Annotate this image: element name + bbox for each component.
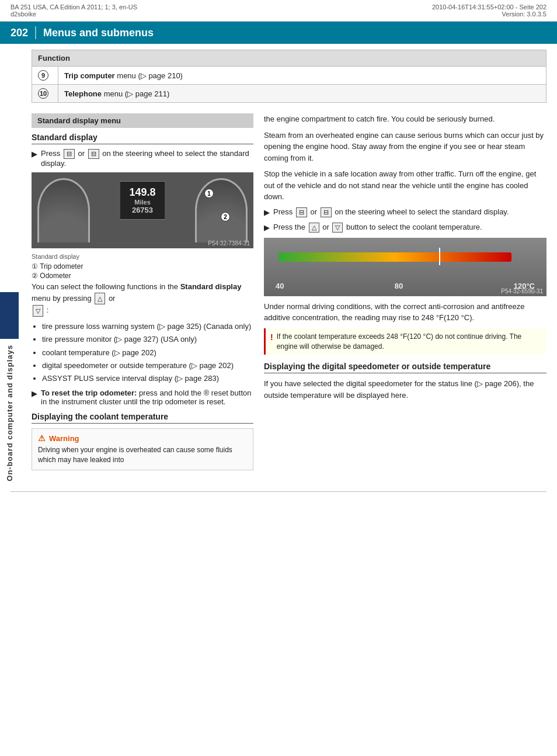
num-2: ②: [32, 272, 40, 280]
label2-text: Odometer: [40, 272, 71, 280]
list-item: coolant temperature (▷ page 202): [42, 348, 253, 358]
row10-num: 10: [32, 85, 58, 103]
gauge-right: [195, 178, 248, 242]
danger-note: ! If the coolant temperature exceeds 248…: [264, 328, 546, 355]
or4: or: [322, 223, 329, 231]
or2: or: [109, 294, 116, 303]
digital-speed-heading: Displaying the digital speedometer or ou…: [264, 362, 546, 373]
num-circle-1: 1: [204, 189, 214, 198]
press3-word: Press the: [273, 223, 305, 231]
bullet-list: tire pressure loss warning system (▷ pag…: [42, 321, 253, 384]
coolant-image: 40 80 120°C P54·32-6590-31: [264, 238, 546, 296]
danger-text: If the coolant temperature exceeds 248 °…: [277, 332, 542, 352]
table-row: 9 Trip computer menu (▷ page 210): [32, 67, 546, 85]
function-table: Function 9 Trip computer menu (▷ page 21…: [32, 50, 546, 103]
meta-bar: BA 251 USA, CA Edition A 2011; 1; 3, en-…: [0, 0, 557, 22]
menu-text: menu by pressing: [32, 294, 92, 303]
coolant-bar: [278, 252, 511, 262]
img-caption: Standard display: [32, 253, 253, 260]
odo-value: 26753: [129, 206, 155, 214]
sidebar-blue-box: [0, 292, 19, 339]
coolant-heading: Displaying the coolant temperature: [32, 412, 253, 424]
icon-down: ▽: [33, 305, 43, 317]
header-divider: [35, 26, 36, 39]
miles-unit: Miles: [129, 199, 155, 206]
press2-text: Press ⊟ or ⊟ on the steering wheel to se…: [273, 207, 509, 217]
or3: or: [310, 207, 317, 216]
meta-right: 2010-04-16T14:31:55+02:00 - Seite 202 Ve…: [432, 4, 546, 18]
coolant-img-ref: P54·32-6590-31: [501, 288, 543, 294]
arrow-bullet-sym: ▶: [32, 149, 37, 159]
label1: ① Trip odometer: [32, 262, 253, 271]
label-80: 80: [395, 282, 403, 290]
stop-text: Stop the vehicle in a safe location away…: [264, 168, 546, 203]
num-circle-2: 2: [221, 212, 230, 221]
steam-text: Steam from an overheated engine can caus…: [264, 130, 546, 164]
list-item: digital speedometer or outside temperatu…: [42, 360, 253, 371]
steering2-text: on the steering wheel to select the stan…: [335, 207, 509, 216]
you-can-para: You can select the following functions i…: [32, 281, 253, 317]
colon: :: [47, 306, 49, 314]
gauge-left: [37, 178, 90, 242]
center-display: 149.8 Miles 26753: [119, 181, 165, 220]
icon-up-2: △: [309, 223, 319, 233]
icon-down-2: ▽: [332, 223, 343, 233]
function-table-heading: Function: [32, 50, 546, 67]
label2: ② Odometer: [32, 272, 253, 280]
reset-arrow: ▶: [32, 389, 37, 399]
label1-text: Trip odometer: [40, 262, 83, 271]
label-40: 40: [276, 282, 284, 290]
circle-10: 10: [38, 88, 48, 99]
icon-button-left: ⊟: [64, 149, 75, 159]
reset-text: To reset the trip odometer: press and ho…: [41, 389, 253, 406]
icon-button-right: ⊟: [88, 149, 99, 159]
standard-display-bold: Standard display: [180, 282, 242, 291]
page-footer: [0, 492, 557, 497]
meta-left: BA 251 USA, CA Edition A 2011; 1; 3, en-…: [11, 4, 137, 18]
section-heading-box: Standard display menu: [32, 113, 253, 128]
press-instruction: ▶ Press ⊟ or ⊟ on the steering wheel to …: [32, 149, 253, 168]
trip-computer-label: Trip computer: [64, 71, 115, 80]
dashboard-image: 149.8 Miles 26753 1 2 P54·32-7384-31: [32, 172, 253, 248]
button-text: button to select the coolant temperature…: [346, 223, 482, 231]
warning-icon: ⚠: [38, 434, 46, 443]
list-item: ASSYST PLUS service interval display (▷ …: [42, 373, 253, 384]
warning-text: Driving when your engine is overheated c…: [38, 445, 247, 465]
press-word: Press: [41, 149, 60, 158]
sidebar-label: On-board computer and displays: [0, 70, 19, 756]
page-title: Menus and submenus: [43, 27, 154, 39]
press-instruction-2: ▶ Press ⊟ or ⊟ on the steering wheel to …: [264, 207, 546, 218]
danger-sym: !: [270, 332, 273, 352]
standard-display-heading: Standard display: [32, 133, 253, 144]
or-text: or: [78, 149, 85, 158]
under-normal-text: Under normal driving conditions, with th…: [264, 301, 546, 324]
row9-text: menu (▷ page 210): [117, 71, 183, 80]
circle-9: 9: [38, 70, 48, 81]
table-row: 10 Telephone menu (▷ page 211): [32, 85, 546, 103]
coolant-needle: [439, 248, 440, 265]
miles-value: 149.8: [129, 186, 155, 199]
if-you-text: If you have selected the digital speedom…: [264, 378, 546, 401]
warning-title-text: Warning: [49, 434, 79, 443]
telephone-label: Telephone: [64, 89, 102, 98]
reset-bold: To reset the trip odometer:: [41, 389, 137, 397]
num-1: ①: [32, 262, 40, 271]
icon-up: △: [95, 293, 105, 305]
row10-text: menu (▷ page 211): [104, 89, 170, 98]
icon-button-left-2: ⊟: [296, 207, 307, 217]
row9-content: Trip computer menu (▷ page 210): [58, 67, 546, 85]
press3-text: Press the △ or ▽ button to select the co…: [273, 223, 482, 233]
list-item: tire pressure monitor (▷ page 327) (USA …: [42, 334, 253, 345]
main-content: Function 9 Trip computer menu (▷ page 21…: [21, 44, 557, 485]
img-ref-1: P54·32-7384-31: [208, 240, 250, 247]
row10-content: Telephone menu (▷ page 211): [58, 85, 546, 103]
fire-text: the engine compartment to catch fire. Yo…: [264, 113, 546, 125]
two-col-layout: Standard display menu Standard display ▶…: [32, 113, 546, 475]
list-item: tire pressure loss warning system (▷ pag…: [42, 321, 253, 332]
reset-instruction: ▶ To reset the trip odometer: press and …: [32, 389, 253, 406]
press-updown-instruction: ▶ Press the △ or ▽ button to select the …: [264, 223, 546, 233]
arrow-bullet-sym-2: ▶: [264, 207, 270, 218]
press2-word: Press: [273, 207, 293, 216]
warning-box: ⚠ Warning Driving when your engine is ov…: [32, 428, 253, 470]
page-header: 202 Menus and submenus: [0, 22, 557, 44]
